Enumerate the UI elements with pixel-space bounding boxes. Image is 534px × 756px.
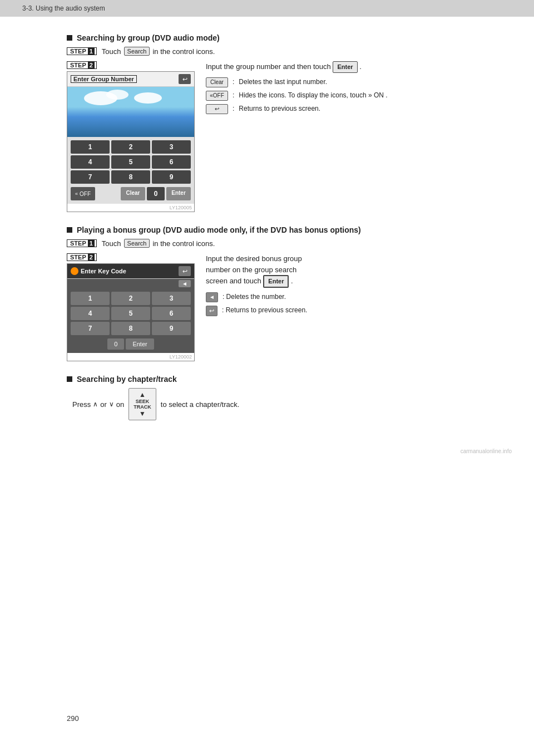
section-bullet — [67, 35, 72, 41]
step2b-badge: STEP 2 — [67, 253, 97, 261]
header-text: 3-3. Using the audio system — [22, 4, 105, 12]
step1-text2: in the control icons. — [152, 47, 215, 56]
num2-3[interactable]: 3 — [152, 292, 191, 305]
screen2-label: Enter Key Code — [71, 267, 126, 275]
clear-button[interactable]: Clear — [121, 187, 145, 200]
num2-0[interactable]: 0 — [107, 338, 124, 350]
track-label: TRACK — [134, 404, 151, 410]
num2-8[interactable]: 8 — [111, 322, 150, 335]
arrow-button[interactable]: ◄ — [179, 280, 191, 287]
numpad2: 1 2 3 4 5 6 7 8 9 — [67, 288, 194, 338]
section3: Searching by chapter/track Press ∧ or ∨ … — [67, 375, 467, 420]
desc2-item-back: ↩ : Returns to previous screen. — [206, 306, 467, 316]
enter-button2[interactable]: Enter — [126, 338, 154, 350]
page-number: 290 — [67, 714, 79, 723]
section1-step2: STEP 2 Enter Group Number ↩ — [67, 61, 467, 212]
arrow-icon: ◄ — [206, 292, 218, 302]
section1: Searching by group (DVD audio mode) STEP… — [67, 33, 467, 212]
num-9[interactable]: 9 — [152, 170, 191, 184]
screen-image — [67, 87, 194, 137]
num-2[interactable]: 2 — [111, 140, 150, 154]
section2-bullet — [67, 227, 72, 233]
back-icon: ↩ — [206, 104, 228, 114]
num2-1[interactable]: 1 — [71, 292, 110, 305]
chevron-up-icon: ▲ — [139, 391, 146, 399]
num2-2[interactable]: 2 — [111, 292, 150, 305]
step1b-text: Touch — [102, 239, 121, 248]
chapter-line: Press ∧ or ∨ on ▲ SEEK TRACK ▼ to select… — [67, 388, 467, 420]
seek-track-button[interactable]: ▲ SEEK TRACK ▼ — [128, 388, 156, 420]
arrow-row: ◄ — [67, 279, 194, 288]
numpad-bottom: «OFF Clear 0 Enter — [67, 187, 194, 204]
step1-text: Touch — [102, 47, 121, 56]
enter-button[interactable]: Enter — [166, 187, 191, 200]
section3-title: Searching by chapter/track — [67, 375, 467, 384]
desc2-main: Input the desired bonus group number on … — [206, 253, 467, 288]
section2-description: Input the desired bonus group number on … — [206, 253, 467, 320]
num-7[interactable]: 7 — [71, 170, 110, 184]
num-6[interactable]: 6 — [152, 155, 191, 169]
num2-7[interactable]: 7 — [71, 322, 110, 335]
back-icon2: ↩ — [206, 306, 217, 316]
section2-title: Playing a bonus group (DVD audio mode on… — [67, 225, 467, 234]
or-text: or — [100, 400, 107, 409]
section1-description: Input the group number and then touch En… — [206, 61, 467, 117]
screen2-watermark: LY120002 — [67, 353, 194, 361]
on-text: on — [116, 400, 124, 409]
section2: Playing a bonus group (DVD audio mode on… — [67, 225, 467, 361]
num2-5[interactable]: 5 — [111, 307, 150, 320]
clear-icon: Clear — [206, 77, 228, 87]
desc-item-clear: Clear : Deletes the last input number. — [206, 77, 467, 87]
step1-badge: STEP 1 — [67, 47, 97, 55]
num-5[interactable]: 5 — [111, 155, 150, 169]
num2-4[interactable]: 4 — [71, 307, 110, 320]
bonus-screen: Enter Key Code ↩ ◄ 1 2 3 4 5 6 7 — [67, 263, 195, 361]
num-1[interactable]: 1 — [71, 140, 110, 154]
group-number-screen: Enter Group Number ↩ 1 2 3 4 — [67, 71, 195, 212]
seek-label: SEEK — [136, 399, 150, 404]
section1-step1: STEP 1 Touch Search in the control icons… — [67, 47, 467, 56]
header-bar: 3-3. Using the audio system — [0, 0, 534, 17]
screen2-topbar: Enter Key Code ↩ — [67, 264, 194, 279]
main-content: Searching by group (DVD audio mode) STEP… — [0, 28, 534, 443]
bonus-screen-wrapper: STEP 2 Enter Key Code ↩ ◄ — [67, 253, 195, 361]
desc-item-off: «OFF : Hides the icons. To display the i… — [206, 91, 467, 101]
step2-badge: STEP 2 — [67, 61, 97, 69]
search-button-label[interactable]: Search — [124, 47, 150, 56]
off-button[interactable]: «OFF — [71, 187, 95, 200]
numpad2-bottom: 0 Enter — [67, 338, 194, 353]
step1b-badge: STEP 1 — [67, 239, 97, 247]
section2-step1: STEP 1 Touch Search in the control icons… — [67, 239, 467, 248]
section2-step2: STEP 2 Enter Key Code ↩ ◄ — [67, 253, 467, 361]
screen-watermark: LY120005 — [67, 204, 194, 212]
select-text: to select a chapter/track. — [161, 400, 240, 409]
key-icon — [71, 267, 78, 275]
num2-6[interactable]: 6 — [152, 307, 191, 320]
desc2-item-arrow: ◄ : Deletes the number. — [206, 292, 467, 302]
step1b-text2: in the control icons. — [152, 239, 215, 248]
group-screen: STEP 2 Enter Group Number ↩ — [67, 61, 195, 212]
screen-topbar: Enter Group Number ↩ — [67, 72, 194, 87]
section3-bullet — [67, 376, 72, 382]
section1-title: Searching by group (DVD audio mode) — [67, 33, 467, 42]
desc-main-text: Input the group number and then touch En… — [206, 61, 467, 73]
enter-btn2-inline: Enter — [263, 275, 289, 288]
wedge-up: ∧ — [93, 400, 98, 408]
numpad: 1 2 3 4 5 6 7 8 9 — [67, 137, 194, 187]
num-3[interactable]: 3 — [152, 140, 191, 154]
back-button2[interactable]: ↩ — [179, 266, 191, 276]
num-8[interactable]: 8 — [111, 170, 150, 184]
screen-title: Enter Group Number — [71, 75, 137, 83]
site-watermark: carmanualonline.info — [0, 448, 534, 454]
desc-item-back: ↩ : Returns to previous screen. — [206, 104, 467, 114]
search-button2-label[interactable]: Search — [124, 239, 150, 248]
num-0[interactable]: 0 — [147, 187, 165, 200]
num2-9[interactable]: 9 — [152, 322, 191, 335]
wedge-down: ∨ — [109, 400, 114, 408]
num-4[interactable]: 4 — [71, 155, 110, 169]
chevron-down-icon: ▼ — [139, 410, 146, 418]
back-button[interactable]: ↩ — [179, 74, 191, 84]
off-icon: «OFF — [206, 91, 228, 101]
press-text: Press — [72, 400, 91, 409]
enter-btn: Enter — [333, 61, 357, 73]
